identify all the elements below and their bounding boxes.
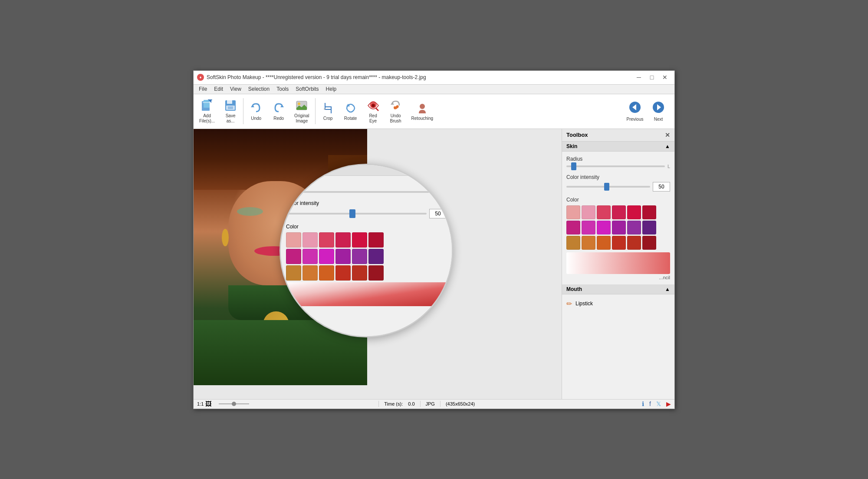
menu-selection[interactable]: Selection (245, 85, 273, 93)
radius-slider-track[interactable] (286, 191, 441, 193)
red-eye-button[interactable]: RedEye (362, 96, 384, 126)
intensity-thumb[interactable] (604, 183, 609, 191)
retouching-button[interactable]: Retouching (408, 96, 437, 126)
tb-swatch-9[interactable] (597, 221, 611, 235)
tb-swatch-5[interactable] (627, 205, 641, 219)
color-swatch-2[interactable] (302, 232, 318, 248)
tb-swatch-11[interactable] (627, 221, 641, 235)
lipstick-tool[interactable]: ✏ Lipstick (566, 298, 670, 310)
menu-edit[interactable]: Edit (210, 85, 227, 93)
tb-swatch-2[interactable] (582, 205, 595, 219)
color-swatch-12[interactable] (368, 249, 384, 264)
zoom-slider-svg[interactable] (217, 401, 251, 407)
minimize-button[interactable]: ─ (633, 73, 645, 82)
undo-icon (250, 101, 262, 115)
radius-thumb[interactable] (571, 162, 576, 170)
twitter-icon[interactable]: 𝕏 (656, 400, 661, 407)
tb-swatch-12[interactable] (642, 221, 656, 235)
youtube-icon[interactable]: ▶ (666, 400, 671, 407)
undo-brush-label: UndoBrush (390, 113, 401, 124)
original-image-button[interactable]: OriginalImage (290, 96, 313, 126)
color-swatch-4[interactable] (335, 232, 351, 248)
tb-swatch-17[interactable] (627, 236, 641, 250)
menu-tools[interactable]: Tools (273, 85, 292, 93)
dimensions-label: (435x650x24) (446, 401, 475, 406)
tb-swatch-16[interactable] (612, 236, 626, 250)
intensity-slider-track[interactable] (286, 213, 427, 215)
skin-section-toggle[interactable]: Skin ▲ (562, 142, 674, 152)
toolbox-title: Toolbox (566, 132, 588, 138)
facebook-icon[interactable]: f (649, 400, 651, 407)
tb-swatch-10[interactable] (612, 221, 626, 235)
next-button[interactable]: Next (648, 96, 669, 126)
color-swatch-14[interactable] (302, 265, 318, 281)
app-icon: ♦ (197, 74, 204, 81)
tb-swatch-6[interactable] (642, 205, 656, 219)
menu-file[interactable]: File (195, 85, 210, 93)
color-swatch-13[interactable] (286, 265, 301, 281)
menu-help[interactable]: Help (322, 85, 340, 93)
color-swatch-3[interactable] (319, 232, 334, 248)
svg-marker-9 (280, 105, 284, 107)
skin-section-label: Skin (566, 143, 577, 149)
color-picker[interactable] (566, 252, 670, 274)
color-swatch-18[interactable] (368, 265, 384, 281)
color-swatch-5[interactable] (352, 232, 367, 248)
color-swatch-8[interactable] (302, 249, 318, 264)
radius-collapse[interactable]: L (667, 164, 670, 169)
intensity-slider-thumb[interactable] (349, 209, 355, 218)
undo-brush-button[interactable]: UndoBrush (385, 96, 407, 126)
radius-collapse-icon[interactable]: L (444, 189, 447, 195)
menu-bar: File Edit View Selection Tools SoftOrbit… (194, 85, 674, 94)
tb-swatch-15[interactable] (597, 236, 611, 250)
svg-rect-2 (203, 102, 210, 103)
redo-icon (273, 101, 285, 115)
tb-swatch-13[interactable] (566, 236, 580, 250)
previous-button[interactable]: Previous (624, 96, 646, 126)
pencil-partial: ...ncil (566, 275, 670, 280)
intensity-slider[interactable] (566, 186, 650, 188)
color-swatch-9[interactable] (319, 249, 334, 264)
intensity-value-tb[interactable]: 50 (653, 182, 670, 192)
info-icon[interactable]: ℹ (642, 400, 644, 407)
previous-icon (629, 101, 641, 116)
radius-slider-thumb[interactable] (292, 188, 298, 196)
undo-button[interactable]: Undo (245, 96, 267, 126)
tb-swatch-14[interactable] (582, 236, 595, 250)
tb-swatch-8[interactable] (582, 221, 595, 235)
tb-swatch-3[interactable] (597, 205, 611, 219)
retouching-icon (416, 101, 428, 115)
rotate-icon (345, 101, 357, 115)
tb-swatch-7[interactable] (566, 221, 580, 235)
tb-swatch-4[interactable] (612, 205, 626, 219)
menu-softorbits[interactable]: SoftOrbits (292, 85, 322, 93)
color-swatch-16[interactable] (335, 265, 351, 281)
color-swatch-15[interactable] (319, 265, 334, 281)
tb-swatch-18[interactable] (642, 236, 656, 250)
save-as-button[interactable]: Saveas... (220, 96, 241, 126)
menu-view[interactable]: View (227, 85, 245, 93)
intensity-value[interactable]: 50 (429, 209, 447, 218)
color-swatch-10[interactable] (335, 249, 351, 264)
status-bar: 1:1 🖼 Time (s): 0.0 JPG (435x650x24) ℹ f… (194, 399, 674, 409)
svg-rect-3 (208, 99, 212, 100)
tb-swatch-1[interactable] (566, 205, 580, 219)
add-files-button[interactable]: AddFile(s)... (195, 96, 219, 126)
toolbox-close-button[interactable]: ✕ (665, 132, 670, 139)
color-swatch-1[interactable] (286, 232, 301, 248)
svg-rect-7 (228, 106, 233, 109)
color-swatch-7[interactable] (286, 249, 301, 264)
maximize-button[interactable]: □ (646, 73, 658, 82)
redo-button[interactable]: Redo (268, 96, 289, 126)
skin-section-arrow[interactable]: ▲ (442, 167, 447, 173)
rotate-button[interactable]: Rotate (340, 96, 362, 126)
crop-button[interactable]: Crop (317, 96, 339, 126)
mouth-section-toggle[interactable]: Mouth ▲ (562, 284, 674, 294)
color-swatch-6[interactable] (368, 232, 384, 248)
color-swatch-17[interactable] (352, 265, 367, 281)
color-swatch-11[interactable] (352, 249, 367, 264)
svg-point-11 (298, 102, 300, 105)
close-button[interactable]: ✕ (659, 73, 671, 82)
color-picker-gradient[interactable] (286, 282, 447, 306)
radius-slider[interactable] (566, 165, 665, 167)
